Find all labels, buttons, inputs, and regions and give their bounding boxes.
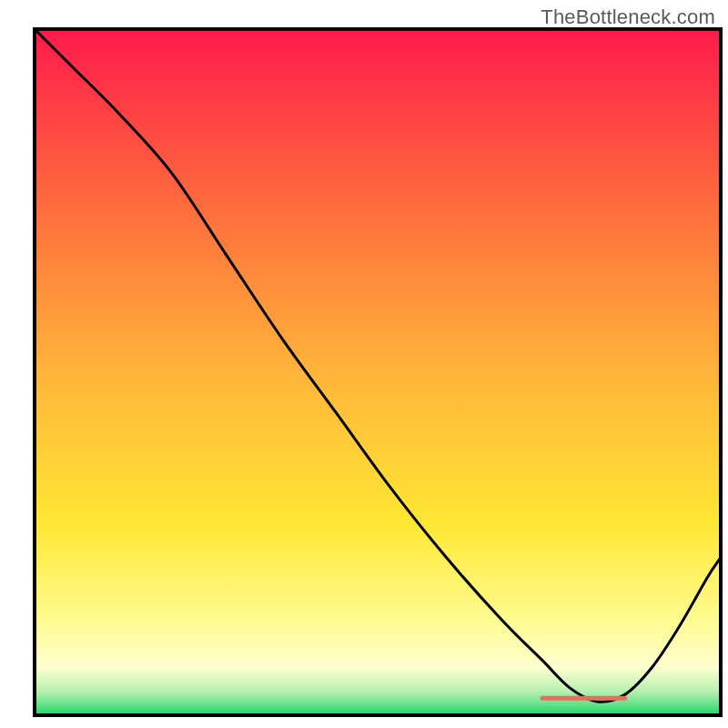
watermark-text: TheBottleneck.com [541,5,715,29]
plot-area [35,29,721,715]
chart-stage: TheBottleneck.com [0,0,728,728]
chart-canvas [0,0,728,728]
